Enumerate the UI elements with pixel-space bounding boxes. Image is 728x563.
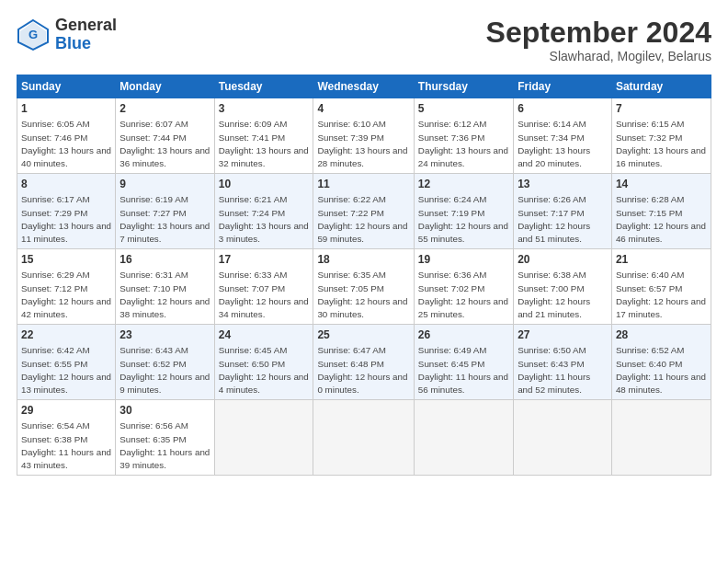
day-number: 26 bbox=[418, 327, 509, 342]
table-row bbox=[514, 400, 612, 476]
table-row: 30 Sunrise: 6:56 AMSunset: 6:35 PMDaylig… bbox=[116, 400, 214, 476]
day-number: 14 bbox=[616, 177, 707, 191]
day-info: Sunrise: 6:17 AMSunset: 7:29 PMDaylight:… bbox=[21, 194, 111, 244]
day-info: Sunrise: 6:12 AMSunset: 7:36 PMDaylight:… bbox=[418, 119, 508, 168]
day-number: 21 bbox=[616, 252, 707, 267]
day-info: Sunrise: 6:31 AMSunset: 7:10 PMDaylight:… bbox=[119, 270, 210, 319]
day-info: Sunrise: 6:33 AMSunset: 7:07 PMDaylight:… bbox=[219, 270, 309, 319]
col-friday: Friday bbox=[514, 75, 612, 98]
col-thursday: Thursday bbox=[414, 75, 513, 98]
day-info: Sunrise: 6:54 AMSunset: 6:38 PMDaylight:… bbox=[21, 420, 111, 470]
day-number: 18 bbox=[317, 252, 409, 267]
day-info: Sunrise: 6:28 AMSunset: 7:15 PMDaylight:… bbox=[616, 194, 706, 244]
table-row: 13 Sunrise: 6:26 AMSunset: 7:17 PMDaylig… bbox=[514, 174, 612, 249]
day-info: Sunrise: 6:38 AMSunset: 7:00 PMDaylight:… bbox=[518, 270, 590, 319]
day-info: Sunrise: 6:49 AMSunset: 6:45 PMDaylight:… bbox=[418, 345, 508, 395]
table-row: 6 Sunrise: 6:14 AMSunset: 7:34 PMDayligh… bbox=[514, 98, 612, 174]
day-number: 3 bbox=[219, 101, 310, 116]
day-number: 11 bbox=[317, 177, 409, 191]
day-info: Sunrise: 6:36 AMSunset: 7:02 PMDaylight:… bbox=[418, 270, 508, 319]
day-number: 16 bbox=[119, 252, 210, 267]
day-number: 29 bbox=[21, 403, 111, 418]
day-info: Sunrise: 6:21 AMSunset: 7:24 PMDaylight:… bbox=[219, 194, 309, 244]
day-number: 8 bbox=[21, 177, 111, 191]
logo-general: General bbox=[55, 17, 117, 35]
table-row bbox=[611, 400, 711, 476]
table-row bbox=[214, 400, 313, 476]
day-info: Sunrise: 6:26 AMSunset: 7:17 PMDaylight:… bbox=[518, 194, 590, 244]
day-number: 25 bbox=[317, 327, 409, 342]
day-info: Sunrise: 6:14 AMSunset: 7:34 PMDaylight:… bbox=[518, 119, 590, 168]
calendar-header-row: Sunday Monday Tuesday Wednesday Thursday… bbox=[17, 75, 711, 98]
day-info: Sunrise: 6:47 AMSunset: 6:48 PMDaylight:… bbox=[317, 345, 407, 395]
month-title: September 2024 bbox=[486, 17, 711, 49]
table-row: 21 Sunrise: 6:40 AMSunset: 6:57 PMDaylig… bbox=[611, 249, 711, 325]
day-number: 2 bbox=[119, 101, 210, 116]
day-number: 23 bbox=[119, 327, 210, 342]
table-row: 7 Sunrise: 6:15 AMSunset: 7:32 PMDayligh… bbox=[611, 98, 711, 174]
table-row: 4 Sunrise: 6:10 AMSunset: 7:39 PMDayligh… bbox=[313, 98, 414, 174]
calendar-row-2: 15 Sunrise: 6:29 AMSunset: 7:12 PMDaylig… bbox=[17, 249, 711, 325]
table-row: 5 Sunrise: 6:12 AMSunset: 7:36 PMDayligh… bbox=[414, 98, 513, 174]
day-number: 19 bbox=[418, 252, 509, 267]
table-row: 19 Sunrise: 6:36 AMSunset: 7:02 PMDaylig… bbox=[414, 249, 513, 325]
day-info: Sunrise: 6:07 AMSunset: 7:44 PMDaylight:… bbox=[119, 119, 210, 168]
svg-text:G: G bbox=[28, 28, 38, 41]
table-row: 27 Sunrise: 6:50 AMSunset: 6:43 PMDaylig… bbox=[514, 325, 612, 400]
calendar-table: Sunday Monday Tuesday Wednesday Thursday… bbox=[17, 75, 711, 476]
day-number: 17 bbox=[219, 252, 310, 267]
day-number: 5 bbox=[418, 101, 509, 116]
day-number: 27 bbox=[518, 327, 608, 342]
day-info: Sunrise: 6:05 AMSunset: 7:46 PMDaylight:… bbox=[21, 119, 111, 168]
day-number: 30 bbox=[119, 403, 210, 418]
col-monday: Monday bbox=[116, 75, 214, 98]
table-row: 11 Sunrise: 6:22 AMSunset: 7:22 PMDaylig… bbox=[313, 174, 414, 249]
table-row bbox=[313, 400, 414, 476]
col-tuesday: Tuesday bbox=[214, 75, 313, 98]
day-info: Sunrise: 6:15 AMSunset: 7:32 PMDaylight:… bbox=[616, 119, 706, 168]
table-row: 9 Sunrise: 6:19 AMSunset: 7:27 PMDayligh… bbox=[116, 174, 214, 249]
table-row: 1 Sunrise: 6:05 AMSunset: 7:46 PMDayligh… bbox=[17, 98, 116, 174]
calendar-row-3: 22 Sunrise: 6:42 AMSunset: 6:55 PMDaylig… bbox=[17, 325, 711, 400]
table-row: 2 Sunrise: 6:07 AMSunset: 7:44 PMDayligh… bbox=[116, 98, 214, 174]
table-row: 22 Sunrise: 6:42 AMSunset: 6:55 PMDaylig… bbox=[17, 325, 116, 400]
day-number: 1 bbox=[21, 101, 111, 116]
calendar-row-0: 1 Sunrise: 6:05 AMSunset: 7:46 PMDayligh… bbox=[17, 98, 711, 174]
logo-text: General Blue bbox=[55, 17, 117, 53]
table-row: 16 Sunrise: 6:31 AMSunset: 7:10 PMDaylig… bbox=[116, 249, 214, 325]
table-row: 3 Sunrise: 6:09 AMSunset: 7:41 PMDayligh… bbox=[214, 98, 313, 174]
logo: G General Blue bbox=[17, 17, 117, 53]
table-row: 14 Sunrise: 6:28 AMSunset: 7:15 PMDaylig… bbox=[611, 174, 711, 249]
day-info: Sunrise: 6:09 AMSunset: 7:41 PMDaylight:… bbox=[219, 119, 309, 168]
col-sunday: Sunday bbox=[17, 75, 116, 98]
location: Slawharad, Mogilev, Belarus bbox=[486, 49, 711, 63]
day-info: Sunrise: 6:43 AMSunset: 6:52 PMDaylight:… bbox=[119, 345, 210, 395]
day-number: 28 bbox=[616, 327, 707, 342]
day-info: Sunrise: 6:40 AMSunset: 6:57 PMDaylight:… bbox=[616, 270, 706, 319]
day-info: Sunrise: 6:29 AMSunset: 7:12 PMDaylight:… bbox=[21, 270, 111, 319]
day-number: 12 bbox=[418, 177, 509, 191]
day-number: 9 bbox=[119, 177, 210, 191]
col-saturday: Saturday bbox=[611, 75, 711, 98]
day-info: Sunrise: 6:22 AMSunset: 7:22 PMDaylight:… bbox=[317, 194, 407, 244]
day-info: Sunrise: 6:24 AMSunset: 7:19 PMDaylight:… bbox=[418, 194, 508, 244]
day-number: 20 bbox=[518, 252, 608, 267]
day-info: Sunrise: 6:56 AMSunset: 6:35 PMDaylight:… bbox=[119, 420, 210, 470]
table-row: 12 Sunrise: 6:24 AMSunset: 7:19 PMDaylig… bbox=[414, 174, 513, 249]
table-row: 28 Sunrise: 6:52 AMSunset: 6:40 PMDaylig… bbox=[611, 325, 711, 400]
logo-blue: Blue bbox=[55, 35, 117, 53]
table-row: 18 Sunrise: 6:35 AMSunset: 7:05 PMDaylig… bbox=[313, 249, 414, 325]
table-row: 24 Sunrise: 6:45 AMSunset: 6:50 PMDaylig… bbox=[214, 325, 313, 400]
table-row: 10 Sunrise: 6:21 AMSunset: 7:24 PMDaylig… bbox=[214, 174, 313, 249]
logo-icon: G bbox=[17, 18, 50, 52]
day-info: Sunrise: 6:35 AMSunset: 7:05 PMDaylight:… bbox=[317, 270, 407, 319]
table-row: 25 Sunrise: 6:47 AMSunset: 6:48 PMDaylig… bbox=[313, 325, 414, 400]
day-info: Sunrise: 6:42 AMSunset: 6:55 PMDaylight:… bbox=[21, 345, 111, 395]
table-row: 15 Sunrise: 6:29 AMSunset: 7:12 PMDaylig… bbox=[17, 249, 116, 325]
table-row: 17 Sunrise: 6:33 AMSunset: 7:07 PMDaylig… bbox=[214, 249, 313, 325]
day-number: 7 bbox=[616, 101, 707, 116]
table-row: 23 Sunrise: 6:43 AMSunset: 6:52 PMDaylig… bbox=[116, 325, 214, 400]
day-number: 6 bbox=[518, 101, 608, 116]
header: G General Blue September 2024 Slawharad,… bbox=[17, 17, 711, 63]
day-info: Sunrise: 6:50 AMSunset: 6:43 PMDaylight:… bbox=[518, 345, 590, 395]
